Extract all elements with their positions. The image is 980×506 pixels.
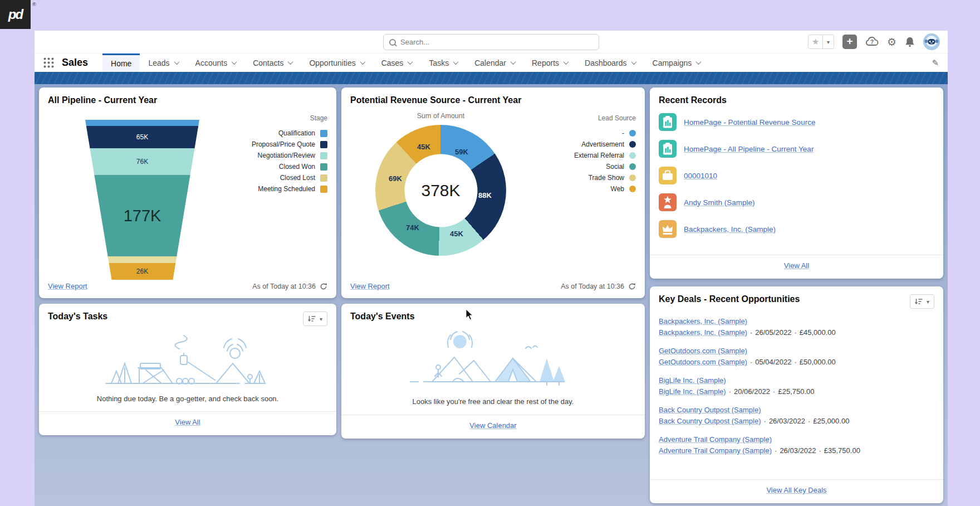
svg-text:?: ? bbox=[870, 39, 874, 45]
slice-label: 45K bbox=[450, 230, 463, 238]
account-link[interactable]: Backpackers, Inc. (Sample) bbox=[659, 328, 747, 337]
tasks-sort-button[interactable]: ▾ bbox=[303, 312, 327, 326]
tab-leads[interactable]: Leads bbox=[140, 53, 187, 72]
app-nav-bar: Sales Home Leads Accounts Contacts Oppor… bbox=[35, 53, 948, 72]
view-calendar-link[interactable]: View Calendar bbox=[469, 421, 516, 430]
funnel-segment-closed-lost[interactable] bbox=[85, 256, 199, 263]
chevron-down-icon bbox=[631, 59, 636, 65]
notifications-bell-icon[interactable] bbox=[905, 36, 915, 47]
app-launcher-icon[interactable] bbox=[43, 57, 54, 68]
deal-row: Backpackers, Inc. (Sample) Backpackers, … bbox=[659, 316, 934, 338]
chevron-down-icon bbox=[232, 59, 237, 65]
opportunity-link[interactable]: Back Country Outpost (Sample) bbox=[659, 406, 761, 414]
dropdown-caret-icon: ▾ bbox=[927, 299, 929, 305]
deal-amount: £25,750.00 bbox=[778, 387, 814, 396]
deal-date: 05/04/2022 bbox=[755, 358, 791, 366]
chevron-down-icon bbox=[408, 59, 413, 65]
card-title: Today's Tasks bbox=[48, 312, 107, 322]
funnel-segment-closed-won[interactable]: 177K bbox=[85, 175, 199, 256]
record-row[interactable]: 00001010 bbox=[659, 162, 934, 189]
tab-reports[interactable]: Reports bbox=[523, 53, 576, 72]
help-icon[interactable]: ? bbox=[865, 36, 879, 47]
search-input[interactable] bbox=[400, 38, 593, 46]
funnel-chart[interactable]: 65K 76K 177K 26K bbox=[85, 120, 199, 280]
account-link[interactable]: Back Country Outpost (Sample) bbox=[659, 417, 761, 425]
record-link[interactable]: Andy Smith (Sample) bbox=[684, 198, 755, 207]
slice-label: 45K bbox=[417, 143, 430, 151]
case-icon bbox=[659, 167, 677, 184]
record-link[interactable]: Backpackers, Inc. (Sample) bbox=[684, 225, 776, 233]
tab-home[interactable]: Home bbox=[102, 53, 140, 72]
legend-title: Lead Source bbox=[574, 114, 636, 122]
tab-cases[interactable]: Cases bbox=[373, 53, 421, 72]
card-title: Today's Events bbox=[350, 312, 415, 322]
opportunity-link[interactable]: BigLife Inc. (Sample) bbox=[659, 376, 726, 385]
funnel-segment-meeting-scheduled[interactable]: 26K bbox=[85, 263, 199, 280]
view-all-key-deals-link[interactable]: View All Key Deals bbox=[766, 486, 826, 494]
record-row[interactable]: HomePage - Potential Revenue Source bbox=[659, 109, 934, 135]
tab-opportunities[interactable]: Opportunities bbox=[301, 53, 373, 72]
opportunity-link[interactable]: Backpackers, Inc. (Sample) bbox=[659, 317, 747, 325]
chart-axis-label: Sum of Amount bbox=[417, 112, 464, 120]
favorites-control[interactable]: ★ ▾ bbox=[808, 35, 834, 49]
opportunity-link[interactable]: GetOutdoors.com (Sample) bbox=[659, 347, 747, 355]
legend-item: Trade Show bbox=[574, 172, 636, 183]
legend-title: Stage bbox=[252, 114, 327, 122]
deal-date: 26/03/2022 bbox=[780, 446, 816, 455]
funnel-legend: Stage Qualification Proposal/Price Quote… bbox=[252, 114, 327, 280]
todays-events-card: Today's Events bbox=[341, 304, 645, 439]
deal-row: GetOutdoors.com (Sample) GetOutdoors.com… bbox=[659, 346, 934, 368]
view-report-link[interactable]: View Report bbox=[350, 282, 390, 290]
legend-item: Proposal/Price Quote bbox=[252, 139, 327, 150]
deals-sort-button[interactable]: ▾ bbox=[910, 294, 934, 309]
legend-item: Advertisement bbox=[574, 139, 636, 150]
tab-accounts[interactable]: Accounts bbox=[187, 53, 245, 72]
events-empty-text: Looks like you're free and clear the res… bbox=[413, 397, 574, 406]
global-actions-button[interactable]: + bbox=[842, 35, 857, 49]
recent-records-card: Recent Records HomePage - Potential Reve… bbox=[650, 87, 943, 279]
record-link[interactable]: HomePage - All Pipeline - Current Year bbox=[684, 145, 814, 153]
refresh-icon[interactable] bbox=[628, 283, 636, 290]
tab-tasks[interactable]: Tasks bbox=[420, 53, 466, 72]
home-dashboard: All Pipeline - Current Year 65K 76K 177K… bbox=[35, 72, 948, 506]
record-row[interactable]: Backpackers, Inc. (Sample) bbox=[659, 216, 934, 242]
funnel-segment-negotiation[interactable]: 76K bbox=[85, 148, 199, 175]
deal-amount: £35,750.00 bbox=[824, 446, 860, 455]
legend-item: - bbox=[574, 128, 636, 139]
global-header: ★ ▾ + ? ⚙ bbox=[35, 31, 948, 53]
salesforce-window: ★ ▾ + ? ⚙ bbox=[35, 31, 948, 506]
donut-legend: Lead Source - Advertisement External Ref… bbox=[574, 114, 636, 280]
refresh-icon[interactable] bbox=[320, 283, 327, 290]
edit-page-pencil-icon[interactable]: ✎ bbox=[932, 58, 939, 68]
view-report-link[interactable]: View Report bbox=[48, 282, 87, 290]
funnel-segment-qualification[interactable] bbox=[85, 120, 199, 126]
view-all-records-link[interactable]: View All bbox=[784, 261, 809, 270]
opportunity-link[interactable]: Adventure Trail Company (Sample) bbox=[659, 435, 772, 444]
as-of-timestamp: As of Today at 10:36 bbox=[561, 283, 624, 290]
tab-campaigns[interactable]: Campaigns bbox=[644, 53, 709, 72]
chevron-down-icon bbox=[288, 59, 293, 65]
funnel-segment-proposal[interactable]: 65K bbox=[85, 126, 199, 148]
favorites-dropdown-icon[interactable]: ▾ bbox=[822, 35, 834, 49]
record-row[interactable]: Andy Smith (Sample) bbox=[659, 189, 934, 216]
account-link[interactable]: BigLife Inc. (Sample) bbox=[659, 387, 726, 396]
tab-dashboards[interactable]: Dashboards bbox=[576, 53, 644, 72]
setup-gear-icon[interactable]: ⚙ bbox=[887, 36, 896, 48]
legend-item: Qualification bbox=[252, 128, 327, 139]
record-link[interactable]: 00001010 bbox=[684, 172, 717, 180]
legend-item: Closed Lost bbox=[252, 172, 327, 183]
user-avatar[interactable] bbox=[923, 33, 940, 50]
favorite-star-icon[interactable]: ★ bbox=[808, 35, 823, 49]
as-of-timestamp: As of Today at 10:36 bbox=[252, 283, 316, 290]
view-all-tasks-link[interactable]: View All bbox=[175, 418, 200, 426]
card-title: Recent Records bbox=[659, 95, 934, 105]
account-link[interactable]: GetOutdoors.com (Sample) bbox=[659, 358, 747, 366]
record-link[interactable]: HomePage - Potential Revenue Source bbox=[684, 118, 815, 126]
slice-label: 69K bbox=[389, 174, 402, 183]
tab-calendar[interactable]: Calendar bbox=[466, 53, 523, 72]
account-link[interactable]: Adventure Trail Company (Sample) bbox=[659, 446, 772, 455]
record-row[interactable]: HomePage - All Pipeline - Current Year bbox=[659, 135, 934, 162]
global-search[interactable] bbox=[383, 34, 599, 50]
tab-contacts[interactable]: Contacts bbox=[244, 53, 301, 72]
card-title: Key Deals - Recent Opportunities bbox=[659, 294, 800, 304]
